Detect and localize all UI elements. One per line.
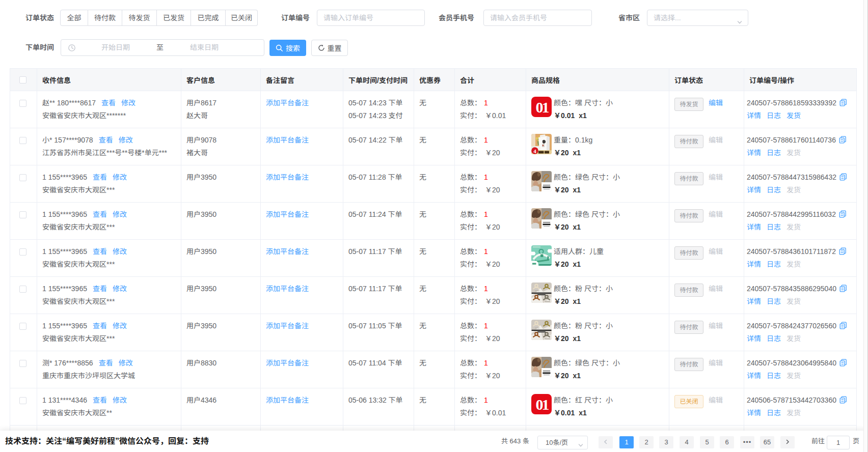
svg-text:01: 01 xyxy=(536,396,549,413)
svg-text:01: 01 xyxy=(536,99,549,116)
svg-text:4: 4 xyxy=(533,148,536,154)
